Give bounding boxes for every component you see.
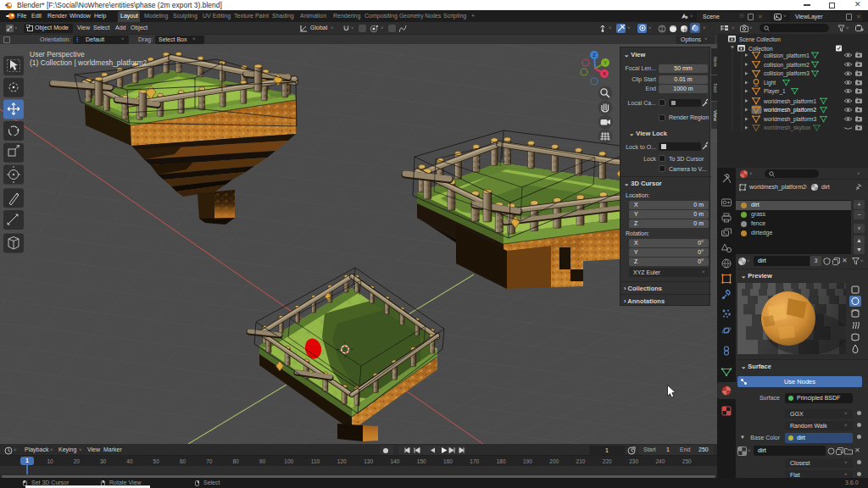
svg-text:140: 140 <box>390 458 399 464</box>
svg-text:worldmesh_skybox: worldmesh_skybox <box>763 125 811 131</box>
svg-text:Y: Y <box>604 60 607 65</box>
svg-text:240: 240 <box>655 458 665 464</box>
svg-text:190: 190 <box>523 458 532 464</box>
svg-text:150: 150 <box>417 458 426 464</box>
svg-text:worldmesh_platform2: worldmesh_platform2 <box>763 107 817 114</box>
svg-text:40: 40 <box>126 458 133 464</box>
svg-text:60: 60 <box>180 458 186 464</box>
svg-text:250: 250 <box>682 458 692 464</box>
svg-text:worldmesh_platform1: worldmesh_platform1 <box>763 98 817 105</box>
svg-text:70: 70 <box>206 458 213 464</box>
svg-text:worldmesh_platform3: worldmesh_platform3 <box>763 116 817 123</box>
svg-text:200: 200 <box>549 458 559 464</box>
svg-text:collision_platform3: collision_platform3 <box>764 70 810 77</box>
svg-text:160: 160 <box>443 458 453 464</box>
svg-text:210: 210 <box>576 458 586 464</box>
svg-text:collision_platform2: collision_platform2 <box>764 62 810 69</box>
svg-text:50: 50 <box>153 458 160 464</box>
svg-text:10: 10 <box>47 458 53 464</box>
svg-text:Player_1: Player_1 <box>764 88 786 95</box>
svg-text:130: 130 <box>364 458 373 464</box>
svg-text:220: 220 <box>603 458 612 464</box>
svg-text:Light: Light <box>764 80 776 86</box>
svg-text:80: 80 <box>232 458 239 464</box>
svg-text:X: X <box>603 71 606 76</box>
svg-text:collision_platform1: collision_platform1 <box>764 53 810 59</box>
svg-text:100: 100 <box>284 458 293 464</box>
svg-text:110: 110 <box>311 458 320 464</box>
svg-text:180: 180 <box>497 458 506 464</box>
svg-text:30: 30 <box>100 458 107 464</box>
svg-text:230: 230 <box>629 458 638 464</box>
svg-text:170: 170 <box>470 458 479 464</box>
svg-text:90: 90 <box>259 458 266 464</box>
svg-text:20: 20 <box>74 458 81 464</box>
svg-text:Z: Z <box>593 53 596 58</box>
svg-text:120: 120 <box>337 458 347 464</box>
